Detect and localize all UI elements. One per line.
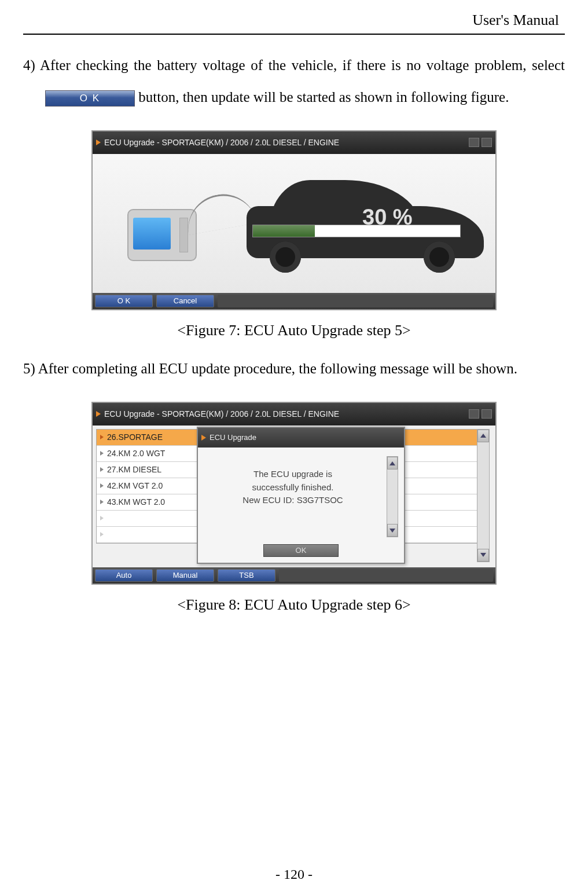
titlebar-icon-1[interactable] xyxy=(469,409,479,419)
scrollbar[interactable] xyxy=(477,429,490,562)
titlebar-icon-2[interactable] xyxy=(482,138,492,147)
triangle-icon xyxy=(201,435,206,441)
figure-8-titlebar: ECU Upgrade - SPORTAGE(KM) / 2006 / 2.0L… xyxy=(93,403,495,426)
manual-button[interactable]: Manual xyxy=(156,569,214,582)
auto-button[interactable]: Auto xyxy=(95,569,153,582)
ok-button[interactable]: O K xyxy=(95,295,153,307)
step-5: 5) After completing all ECU update proce… xyxy=(23,353,565,384)
figure-7-bottom-bar: O K Cancel xyxy=(93,293,495,309)
step-5-label: 5) xyxy=(23,361,38,376)
success-popup: ECU Upgrade The ECU upgrade is successfu… xyxy=(197,427,405,564)
triangle-icon xyxy=(96,140,101,145)
page-number: - 120 - xyxy=(0,867,588,882)
chevron-up-icon xyxy=(480,434,486,438)
popup-title-text: ECU Upgrade xyxy=(210,430,256,446)
diagnostic-device-icon xyxy=(110,200,208,270)
scroll-down-button[interactable] xyxy=(477,549,489,562)
step-5-text: After completing all ECU update procedur… xyxy=(38,361,517,376)
figure-7-title-text: ECU Upgrade - SPORTAGE(KM) / 2006 / 2.0L… xyxy=(104,134,339,152)
scroll-down-button[interactable] xyxy=(387,524,398,537)
step-4: 4) After checking the battery voltage of… xyxy=(23,49,565,113)
scroll-up-button[interactable] xyxy=(387,457,398,469)
figure-8: ECU Upgrade - SPORTAGE(KM) / 2006 / 2.0L… xyxy=(91,402,497,585)
cancel-button[interactable]: Cancel xyxy=(156,295,214,307)
titlebar-icon-1[interactable] xyxy=(469,138,479,147)
figure-7-caption: <Figure 7: ECU Auto Upgrade step 5> xyxy=(23,314,565,347)
triangle-icon xyxy=(96,411,101,417)
step-4-label: 4) xyxy=(23,57,40,73)
popup-scrollbar[interactable] xyxy=(387,456,398,537)
titlebar-icon-2[interactable] xyxy=(482,409,492,419)
ok-button-inline[interactable]: O K xyxy=(45,90,135,107)
tsb-button[interactable]: TSB xyxy=(218,569,275,582)
page-header: User's Manual xyxy=(23,12,565,35)
chevron-down-icon xyxy=(389,529,395,533)
step-4-text-before: After checking the battery voltage of th… xyxy=(40,57,565,73)
popup-message: The ECU upgrade is successfully finished… xyxy=(204,456,382,537)
figure-8-title-text: ECU Upgrade - SPORTAGE(KM) / 2006 / 2.0L… xyxy=(104,405,339,423)
figure-7: ECU Upgrade - SPORTAGE(KM) / 2006 / 2.0L… xyxy=(91,130,497,310)
figure-8-caption: <Figure 8: ECU Auto Upgrade step 6> xyxy=(23,588,565,621)
figure-7-titlebar: ECU Upgrade - SPORTAGE(KM) / 2006 / 2.0L… xyxy=(93,131,495,154)
figure-8-bottom-bar: Auto Manual TSB xyxy=(93,567,495,584)
chevron-down-icon xyxy=(480,553,486,557)
step-4-text-after: button, then update will be started as s… xyxy=(138,89,509,105)
scroll-up-button[interactable] xyxy=(477,430,489,442)
progress-bar xyxy=(252,225,461,237)
chevron-up-icon xyxy=(389,461,395,465)
car-icon: 30 % xyxy=(247,171,484,270)
popup-ok-button[interactable]: OK xyxy=(263,544,339,557)
